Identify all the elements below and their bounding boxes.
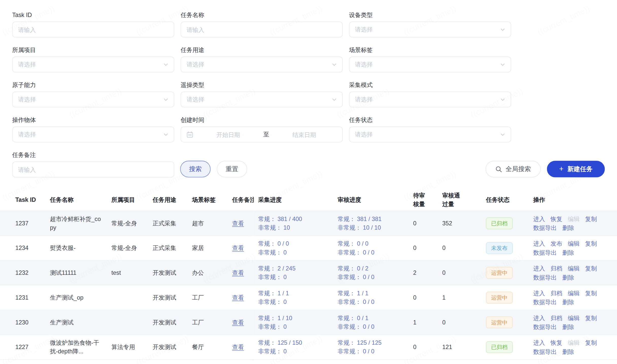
action-2[interactable]: 发布: [551, 240, 562, 247]
action-2[interactable]: 归档: [551, 265, 562, 271]
operate-object-select[interactable]: 请选择: [12, 126, 174, 142]
action-2[interactable]: 恢复: [551, 339, 562, 346]
view-remark-link[interactable]: 查看: [232, 294, 244, 301]
device-type-select[interactable]: 请选择: [349, 22, 511, 37]
action-4[interactable]: 复制: [585, 265, 597, 271]
action-6[interactable]: 删除: [562, 348, 574, 355]
action-4[interactable]: 复制: [585, 314, 597, 321]
cell-purpose: 开发测试: [153, 293, 192, 302]
select-placeholder: 请选择: [18, 131, 36, 138]
cell-pending-count: 0: [413, 293, 442, 302]
action-1[interactable]: 进入: [533, 215, 545, 222]
global-search-button[interactable]: 全局搜索: [486, 161, 541, 177]
table-row: 常规： 381 / 400非常规： 10常规： 381 / 381非常规： 10…: [254, 211, 617, 236]
action-6[interactable]: 删除: [562, 224, 574, 231]
action-6[interactable]: 删除: [562, 249, 574, 256]
chevron-down-icon: [332, 97, 337, 102]
review-abnormal: 非常规： 0 / 0: [338, 322, 406, 331]
task-remark-input[interactable]: [12, 161, 174, 177]
new-task-button[interactable]: + 新建任务: [547, 161, 605, 177]
task-purpose-select[interactable]: 请选择: [181, 57, 343, 72]
action-6[interactable]: 删除: [562, 274, 574, 280]
filter-label: 所属项目: [12, 46, 174, 54]
view-remark-link[interactable]: 查看: [232, 220, 244, 226]
create-time-range-picker[interactable]: 至: [181, 126, 343, 142]
task-id-input[interactable]: [12, 22, 174, 37]
view-remark-link[interactable]: 查看: [232, 319, 244, 325]
action-1[interactable]: 进入: [533, 290, 545, 296]
table-header-row: 采集进度审核进度待审核量审核通过量任务状态操作: [254, 188, 617, 211]
filter-field-create-time: 创建时间至: [181, 116, 343, 142]
cell-task-name: 生产测试: [50, 318, 111, 327]
cell-project: 算法专用: [111, 343, 153, 352]
action-1[interactable]: 进入: [533, 314, 545, 321]
table-row: 常规： 2 / 245非常规： 0常规： 0 / 2非常规： 0 / 020运营…: [254, 261, 617, 285]
action-1[interactable]: 进入: [533, 240, 545, 247]
filter-field-teleop-type: 遥操类型请选择: [181, 81, 343, 107]
action-1[interactable]: 进入: [533, 265, 545, 271]
action-5[interactable]: 数据导出: [533, 224, 557, 231]
plus-icon: +: [559, 165, 563, 172]
header-collect: 采集进度: [258, 195, 337, 204]
cell-pending-count: 0: [413, 219, 442, 228]
filter-label: 设备类型: [349, 11, 511, 19]
status-badge: 已归档: [486, 217, 513, 229]
view-remark-link[interactable]: 查看: [232, 344, 244, 350]
cell-task-name: 熨烫衣服-: [50, 244, 111, 252]
collect-normal: 常规： 125 / 150: [258, 339, 330, 347]
action-5[interactable]: 数据导出: [533, 299, 557, 305]
search-button[interactable]: 搜索: [180, 161, 210, 177]
cell-project: 常规-全身: [111, 219, 153, 228]
cell-scene: 工厂: [192, 318, 232, 327]
cell-approved-count: 0: [442, 244, 486, 252]
action-3[interactable]: 编辑: [568, 240, 580, 247]
view-remark-link[interactable]: 查看: [232, 269, 244, 276]
action-5[interactable]: 数据导出: [533, 348, 557, 355]
collect-abnormal: 非常规： 10: [258, 223, 330, 232]
reset-button[interactable]: 重置: [217, 161, 247, 177]
search-icon: [495, 166, 502, 172]
action-3[interactable]: 编辑: [568, 265, 580, 271]
header-name: 任务名称: [50, 195, 111, 204]
filter-field-task-status: 任务状态请选择: [349, 116, 511, 142]
review-normal: 常规： 0 / 2: [338, 264, 406, 273]
action-6[interactable]: 删除: [562, 299, 574, 305]
action-5[interactable]: 数据导出: [533, 323, 557, 330]
cell-collect-progress: 常规： 1 / 1非常规： 0: [258, 289, 337, 306]
action-2[interactable]: 归档: [551, 314, 562, 321]
view-remark-link[interactable]: 查看: [232, 245, 244, 251]
teleop-type-select[interactable]: 请选择: [181, 92, 343, 107]
action-1[interactable]: 进入: [533, 339, 545, 346]
cell-remark: 查看: [232, 293, 254, 302]
filter-label: 创建时间: [181, 116, 343, 124]
scene-tag-select[interactable]: 请选择: [349, 57, 511, 72]
action-2[interactable]: 恢复: [551, 215, 562, 222]
cell-purpose: 正式采集: [153, 244, 192, 252]
task-status-select[interactable]: 请选择: [349, 126, 511, 142]
action-4[interactable]: 复制: [585, 240, 597, 247]
action-5[interactable]: 数据导出: [533, 274, 557, 280]
action-5[interactable]: 数据导出: [533, 249, 557, 256]
action-3[interactable]: 编辑: [568, 290, 580, 296]
filter-label: 场景标签: [349, 46, 511, 54]
action-2[interactable]: 归档: [551, 290, 562, 296]
action-6[interactable]: 删除: [562, 323, 574, 330]
action-4[interactable]: 复制: [585, 339, 597, 346]
cell-actions: 进入恢复编辑复制数据导出删除: [533, 338, 617, 356]
action-4[interactable]: 复制: [585, 215, 597, 222]
search-button-label: 搜索: [189, 165, 202, 173]
atomic-ability-select[interactable]: 请选择: [12, 92, 174, 107]
end-date-input[interactable]: [271, 131, 337, 138]
filter-label: 任务备注: [12, 151, 174, 159]
task-name-input[interactable]: [181, 22, 343, 37]
cell-task-name: 测试11111: [50, 269, 111, 277]
collect-mode-select[interactable]: 请选择: [349, 92, 511, 107]
action-4[interactable]: 复制: [585, 290, 597, 296]
review-normal: 常规： 0 / 1: [338, 314, 406, 322]
action-3[interactable]: 编辑: [568, 314, 580, 321]
project-select[interactable]: 请选择: [12, 57, 174, 72]
cell-task-id: 1231: [15, 293, 50, 302]
start-date-input[interactable]: [196, 131, 261, 138]
cell-remark: 查看: [232, 318, 254, 327]
cell-actions: 进入发布编辑复制数据导出删除: [533, 239, 617, 257]
